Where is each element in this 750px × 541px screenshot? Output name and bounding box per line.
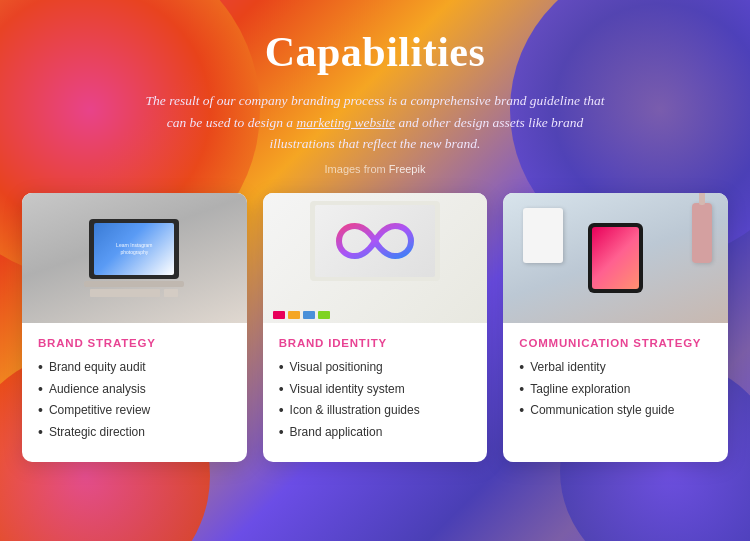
mock-infinity-illustration <box>263 193 488 323</box>
swatch <box>318 311 330 319</box>
list-item: Audience analysis <box>38 381 231 398</box>
card-body-brand-identity: BRAND IDENTITY Visual positioning Visual… <box>263 323 488 462</box>
card-list-communication-strategy: Verbal identity Tagline exploration Comm… <box>519 359 712 419</box>
marketing-website-link[interactable]: marketing website <box>296 115 395 130</box>
card-list-brand-strategy: Brand equity audit Audience analysis Com… <box>38 359 231 441</box>
monitor-screen: Learn Instagramphotography <box>94 223 174 275</box>
mock-comm-illustration <box>503 193 728 323</box>
color-swatches <box>273 311 330 319</box>
swatch <box>273 311 285 319</box>
mock-desk-illustration-1: Learn Instagramphotography <box>22 193 247 323</box>
cards-container: Learn Instagramphotography BRAND STRATEG… <box>0 193 750 462</box>
image-credit: Images from Freepik <box>325 163 426 175</box>
card-category-brand-strategy: BRAND STRATEGY <box>38 337 231 349</box>
card-image-brand-identity <box>263 193 488 323</box>
list-item: Visual identity system <box>279 381 472 398</box>
monitor-screen-2 <box>315 205 435 277</box>
list-item: Strategic direction <box>38 424 231 441</box>
swatch <box>288 311 300 319</box>
mouse <box>164 289 178 297</box>
card-brand-identity: BRAND IDENTITY Visual positioning Visual… <box>263 193 488 462</box>
card-category-communication-strategy: COMMUNICATION STRATEGY <box>519 337 712 349</box>
card-image-communication-strategy <box>503 193 728 323</box>
desk-surface <box>84 281 184 287</box>
list-item: Icon & illustration guides <box>279 402 472 419</box>
list-item: Competitive review <box>38 402 231 419</box>
card-body-brand-strategy: BRAND STRATEGY Brand equity audit Audien… <box>22 323 247 462</box>
card-brand-strategy: Learn Instagramphotography BRAND STRATEG… <box>22 193 247 462</box>
main-content: Capabilities The result of our company b… <box>0 0 750 462</box>
list-item: Visual positioning <box>279 359 472 376</box>
infinity-icon <box>335 216 415 266</box>
card-body-communication-strategy: COMMUNICATION STRATEGY Verbal identity T… <box>503 323 728 440</box>
tablet-mock <box>588 223 643 293</box>
list-item: Brand equity audit <box>38 359 231 376</box>
list-item: Brand application <box>279 424 472 441</box>
tablet-screen <box>592 227 639 289</box>
page-title: Capabilities <box>265 28 486 76</box>
swatch <box>303 311 315 319</box>
monitor-text: Learn Instagramphotography <box>116 242 152 255</box>
keyboard-area <box>90 289 178 297</box>
list-item: Verbal identity <box>519 359 712 376</box>
list-item: Communication style guide <box>519 402 712 419</box>
card-communication-strategy: COMMUNICATION STRATEGY Verbal identity T… <box>503 193 728 462</box>
monitor-2 <box>310 201 440 281</box>
vase-prop <box>692 203 712 263</box>
card-category-brand-identity: BRAND IDENTITY <box>279 337 472 349</box>
book-prop <box>523 208 563 263</box>
flower-stem <box>699 193 705 205</box>
freepik-link[interactable]: Freepik <box>389 163 426 175</box>
monitor-icon: Learn Instagramphotography <box>89 219 179 279</box>
page-subtitle: The result of our company branding proce… <box>145 90 605 155</box>
card-list-brand-identity: Visual positioning Visual identity syste… <box>279 359 472 441</box>
keyboard <box>90 289 160 297</box>
card-image-brand-strategy: Learn Instagramphotography <box>22 193 247 323</box>
list-item: Tagline exploration <box>519 381 712 398</box>
